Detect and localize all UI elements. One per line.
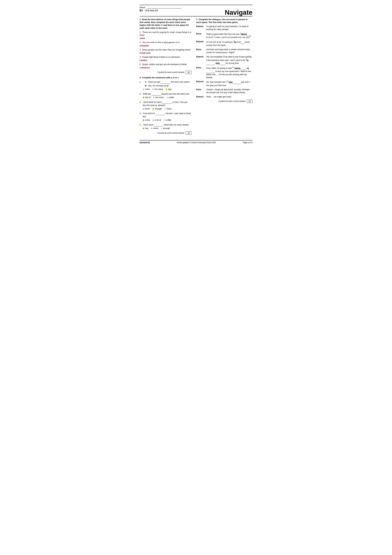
- dialogue-row: Rakesh Yeah … we might get lucky!: [196, 95, 252, 98]
- footer-brand: NAVIGATE: [140, 141, 150, 144]
- main-content: 1 Read the descriptions of some things t…: [140, 18, 252, 137]
- answer-2: computer: [140, 44, 192, 47]
- utterance-3: I'm not rich at all. I'm going to 2borro…: [206, 40, 252, 47]
- dialogue-row: Rakesh I'm going to start my own busines…: [196, 25, 252, 31]
- utterance-4: And then you'll pay back a certain amoun…: [206, 48, 252, 54]
- list-item: 1 A Have you got free time next week? B …: [140, 80, 192, 91]
- section-1: 1 Read the descriptions of some things t…: [140, 18, 192, 74]
- utterance-7: Oh, that reminds me! I 5 owe you £10. I …: [206, 80, 252, 87]
- dialogue-row: Rakesh I'm not rich at all. I'm going to…: [196, 40, 252, 47]
- dialogue-row: Dana Thanks. I forgot all about that, ac…: [196, 88, 252, 94]
- list-item: 1 These are used for paying for small, c…: [140, 31, 192, 40]
- section-2: 2 Complete the sentences with a, b or c.…: [140, 76, 192, 135]
- speaker-rakesh-3: Rakesh: [196, 55, 205, 65]
- unit-title: Unit test 5A: [145, 9, 158, 12]
- speaker-dana-4: Dana: [196, 88, 205, 94]
- speaker-rakesh-4: Rakesh: [196, 80, 205, 87]
- utterance-6: Sure. Well, I'm going to start 4 saving …: [206, 66, 252, 79]
- dialogue-row: Rakesh Yes, but hopefully I'll be able t…: [196, 55, 252, 65]
- unit-info: B1 Unit test 5A: [140, 9, 158, 12]
- right-column: 3 Complete the dialogue. Use one word or…: [196, 18, 252, 137]
- sentence-list: 1 A Have you got free time next week? B …: [140, 80, 192, 130]
- utterance-5: Yes, but hopefully I'll be able to pay i…: [206, 55, 252, 65]
- top-divider: [140, 5, 252, 5]
- speaker-rakesh-5: Rakesh: [196, 95, 205, 98]
- footer-page: Page 1 of 4: [243, 141, 252, 144]
- answer-5: containers: [140, 66, 192, 69]
- name-label: Name: [140, 6, 145, 8]
- speaker-dana-3: Dana: [196, 66, 205, 79]
- left-column: 1 Read the descriptions of some things t…: [140, 18, 192, 137]
- header-divider: [140, 16, 252, 16]
- speaker-rakesh-1: Rakesh: [196, 25, 205, 31]
- section-3-number: 3: [196, 18, 197, 21]
- dialogue: Rakesh I'm going to start my own busines…: [196, 25, 252, 98]
- utterance-9: Yeah … we might get lucky!: [206, 95, 252, 98]
- list-item: 4 I'll be there in minutes. I just need …: [140, 112, 192, 122]
- name-field: [147, 6, 181, 8]
- dialogue-row: Dana Sure. Well, I'm going to start 4 sa…: [196, 66, 252, 79]
- header-row: B1 Unit test 5A Navigate: [140, 9, 252, 16]
- points-box-2: 10: [186, 131, 192, 135]
- list-item: 4 People light these if there is no elec…: [140, 56, 192, 62]
- list-item: 3 I don't think it's warm in here. Can y…: [140, 101, 192, 110]
- points-box-1: 10: [186, 71, 192, 74]
- utterance-8: Thanks. I forgot all about that, actuall…: [206, 88, 252, 94]
- points-box-3: 10: [247, 100, 252, 103]
- section-2-number: 2: [140, 76, 141, 79]
- section-2-title: 2 Complete the sentences with a, b or c.: [140, 76, 192, 79]
- name-row: Name: [140, 6, 252, 8]
- list-item: 5 I don't want salad with my meal, thank…: [140, 123, 192, 130]
- answer-1: coins: [140, 37, 192, 40]
- utterance-1: I'm going to start my own business. I'm …: [206, 25, 252, 31]
- footer: NAVIGATE Photocopiable © Oxford Universi…: [140, 140, 252, 144]
- list-item: 5 Boxes, bottles and jars are all exampl…: [140, 63, 192, 69]
- speaker-rakesh-2: Rakesh: [196, 40, 205, 47]
- dialogue-row: Rakesh Oh, that reminds me! I 5 owe you …: [196, 80, 252, 87]
- section-1-points: 2 points for each correct answer 10: [140, 71, 192, 74]
- section-3-points: 2 points for each correct answer 10: [196, 100, 252, 103]
- dialogue-row: Dana That's a great idea! But how can yo…: [196, 32, 252, 39]
- speaker-dana-1: Dana: [196, 32, 205, 39]
- unit-level: B1: [140, 9, 143, 12]
- answer-4: candles: [140, 59, 192, 62]
- dialogue-row: Dana And then you'll pay back a certain …: [196, 48, 252, 54]
- points-text-1: 2 points for each correct answer: [157, 71, 185, 73]
- vocab-list: 1 These are used for paying for small, c…: [140, 31, 192, 69]
- utterance-2: That's a great idea! But how can you 1af…: [206, 32, 252, 39]
- list-item: 2 Steffi ate sweets and now she feels si…: [140, 92, 192, 99]
- section-2-points: 2 points for each correct answer 10: [140, 131, 192, 135]
- speaker-dana-2: Dana: [196, 48, 205, 54]
- points-text-2: 2 points for each correct answer: [157, 132, 185, 134]
- section-1-title: 1 Read the descriptions of some things t…: [140, 18, 192, 29]
- list-item: 3 Many people use this when they are sho…: [140, 48, 192, 54]
- footer-copyright: Photocopiable © Oxford University Press …: [177, 141, 216, 144]
- points-text-3: 2 points for each correct answer: [218, 100, 245, 102]
- brand-title: Navigate: [225, 9, 252, 16]
- answer-3: Credit card: [140, 51, 192, 54]
- list-item: 2 You can work on this or play games on …: [140, 41, 192, 47]
- section-3: 3 Complete the dialogue. Use one word or…: [196, 18, 252, 103]
- section-1-number: 1: [140, 18, 141, 21]
- section-3-title: 3 Complete the dialogue. Use one word or…: [196, 18, 252, 24]
